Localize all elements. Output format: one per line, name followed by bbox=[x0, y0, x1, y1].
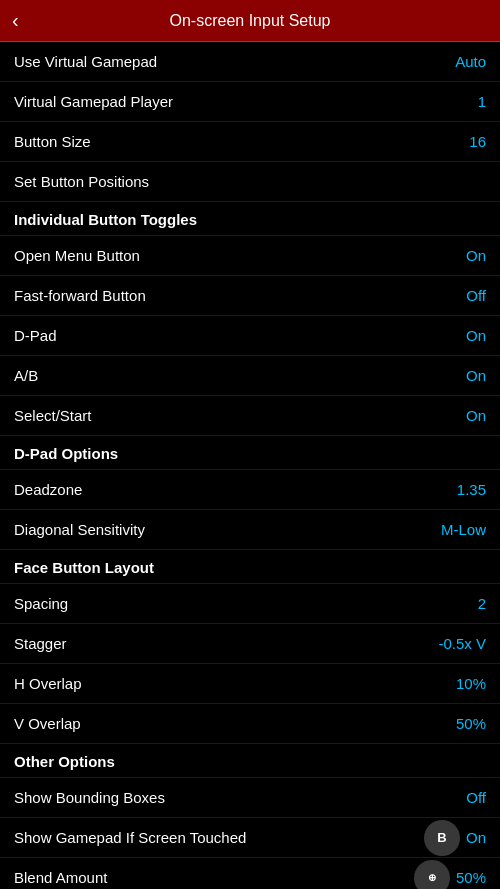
button-size-value: 16 bbox=[469, 133, 486, 150]
deadzone-label: Deadzone bbox=[14, 481, 82, 498]
dpad-row[interactable]: D-PadOn bbox=[0, 316, 500, 356]
back-button[interactable]: ‹ bbox=[0, 9, 31, 32]
diagonal-sensitivity-value: M-Low bbox=[441, 521, 486, 538]
blend-amount-value: 50% bbox=[456, 869, 486, 886]
section-dpad-options-label: D-Pad Options bbox=[14, 445, 118, 462]
show-bounding-boxes-row[interactable]: Show Bounding BoxesOff bbox=[0, 778, 500, 818]
open-menu-button-row[interactable]: Open Menu ButtonOn bbox=[0, 236, 500, 276]
blend-amount-label: Blend Amount bbox=[14, 869, 107, 886]
show-gamepad-if-screen-touched-value: On bbox=[466, 829, 486, 846]
section-other-options: Other Options bbox=[0, 744, 500, 778]
v-overlap-row[interactable]: V Overlap50% bbox=[0, 704, 500, 744]
set-button-positions-row[interactable]: Set Button Positions bbox=[0, 162, 500, 202]
stagger-row[interactable]: Stagger-0.5x V bbox=[0, 624, 500, 664]
fast-forward-button-value: Off bbox=[466, 287, 486, 304]
diagonal-sensitivity-row[interactable]: Diagonal SensitivityM-Low bbox=[0, 510, 500, 550]
h-overlap-value: 10% bbox=[456, 675, 486, 692]
stagger-label: Stagger bbox=[14, 635, 67, 652]
ab-buttons-label: A/B bbox=[14, 367, 38, 384]
ab-buttons-row[interactable]: A/BOn bbox=[0, 356, 500, 396]
virtual-gamepad-player-value: 1 bbox=[478, 93, 486, 110]
fast-forward-button-label: Fast-forward Button bbox=[14, 287, 146, 304]
use-virtual-gamepad-label: Use Virtual Gamepad bbox=[14, 53, 157, 70]
v-overlap-label: V Overlap bbox=[14, 715, 81, 732]
ab-buttons-value: On bbox=[466, 367, 486, 384]
spacing-row[interactable]: Spacing2 bbox=[0, 584, 500, 624]
show-bounding-boxes-label: Show Bounding Boxes bbox=[14, 789, 165, 806]
use-virtual-gamepad-value: Auto bbox=[455, 53, 486, 70]
stagger-value: -0.5x V bbox=[438, 635, 486, 652]
diagonal-sensitivity-label: Diagonal Sensitivity bbox=[14, 521, 145, 538]
show-gamepad-if-screen-touched-label: Show Gamepad If Screen Touched bbox=[14, 829, 246, 846]
deadzone-value: 1.35 bbox=[457, 481, 486, 498]
use-virtual-gamepad-row[interactable]: Use Virtual GamepadAuto bbox=[0, 42, 500, 82]
section-face-button-layout-label: Face Button Layout bbox=[14, 559, 154, 576]
show-gamepad-if-screen-touched-row[interactable]: Show Gamepad If Screen TouchedBOn bbox=[0, 818, 500, 858]
h-overlap-row[interactable]: H Overlap10% bbox=[0, 664, 500, 704]
open-menu-button-value: On bbox=[466, 247, 486, 264]
blend-amount-row[interactable]: Blend Amount⊕50% bbox=[0, 858, 500, 889]
button-size-label: Button Size bbox=[14, 133, 91, 150]
settings-list: Use Virtual GamepadAutoVirtual Gamepad P… bbox=[0, 42, 500, 889]
virtual-gamepad-player-row[interactable]: Virtual Gamepad Player1 bbox=[0, 82, 500, 122]
select-start-row[interactable]: Select/StartOn bbox=[0, 396, 500, 436]
header: ‹ On-screen Input Setup bbox=[0, 0, 500, 42]
spacing-value: 2 bbox=[478, 595, 486, 612]
show-bounding-boxes-value: Off bbox=[466, 789, 486, 806]
section-individual-button-toggles-label: Individual Button Toggles bbox=[14, 211, 197, 228]
section-face-button-layout: Face Button Layout bbox=[0, 550, 500, 584]
gamepad-b-button[interactable]: B bbox=[424, 820, 460, 856]
h-overlap-label: H Overlap bbox=[14, 675, 82, 692]
button-size-row[interactable]: Button Size16 bbox=[0, 122, 500, 162]
gamepad-overlay-button[interactable]: ⊕ bbox=[414, 860, 450, 890]
section-individual-button-toggles: Individual Button Toggles bbox=[0, 202, 500, 236]
set-button-positions-label: Set Button Positions bbox=[14, 173, 149, 190]
fast-forward-button-row[interactable]: Fast-forward ButtonOff bbox=[0, 276, 500, 316]
dpad-label: D-Pad bbox=[14, 327, 57, 344]
select-start-label: Select/Start bbox=[14, 407, 92, 424]
spacing-label: Spacing bbox=[14, 595, 68, 612]
section-dpad-options: D-Pad Options bbox=[0, 436, 500, 470]
v-overlap-value: 50% bbox=[456, 715, 486, 732]
open-menu-button-label: Open Menu Button bbox=[14, 247, 140, 264]
section-other-options-label: Other Options bbox=[14, 753, 115, 770]
deadzone-row[interactable]: Deadzone1.35 bbox=[0, 470, 500, 510]
virtual-gamepad-player-label: Virtual Gamepad Player bbox=[14, 93, 173, 110]
dpad-value: On bbox=[466, 327, 486, 344]
select-start-value: On bbox=[466, 407, 486, 424]
header-title: On-screen Input Setup bbox=[0, 12, 500, 30]
